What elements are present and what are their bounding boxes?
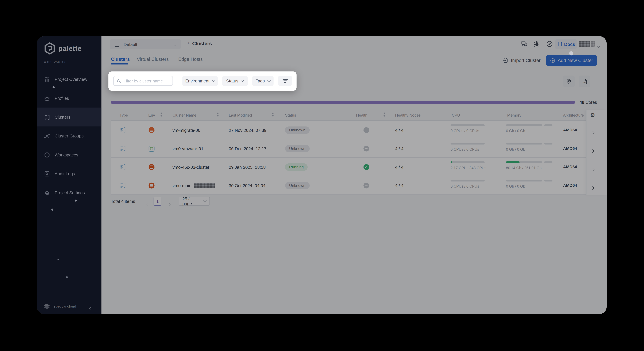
pagination-next-button[interactable]: [168, 200, 170, 207]
import-cluster-button[interactable]: Import Cluster: [503, 55, 540, 66]
project-icon: [114, 41, 120, 47]
add-new-cluster-button[interactable]: Add New Cluster: [546, 55, 597, 66]
bug-report-icon[interactable]: [534, 40, 540, 47]
row-expand-chevron-icon[interactable]: [592, 128, 594, 136]
sidebar-item-workspaces[interactable]: Workspaces: [37, 145, 102, 164]
palette-logo: palette: [44, 42, 82, 54]
memory-meter: 80.14 Gb / 251.91 Gb: [506, 161, 553, 170]
architecture: AMD64: [563, 158, 577, 176]
architecture: AMD64: [563, 176, 577, 195]
cpu-meter: 0 CPUs / 0 CPUs: [450, 124, 485, 133]
project-selector[interactable]: Default: [110, 39, 181, 49]
col-status: Status: [285, 113, 296, 117]
chevron-down-icon: [173, 40, 176, 48]
page-size-select[interactable]: 25 / page: [178, 197, 210, 206]
tour-beacon-dot: [58, 259, 59, 260]
user-menu-chevron-icon[interactable]: [597, 42, 600, 50]
cluster-name[interactable]: vm-migrate-06: [172, 121, 200, 139]
app-window: palette 4.6.0-250108 Project Overview Pr…: [37, 36, 606, 314]
user-avatar[interactable]: [579, 41, 590, 47]
cores-unit: Cores: [586, 100, 597, 105]
workspaces-icon: [44, 152, 50, 158]
environment-filter-dropdown[interactable]: Environment: [182, 76, 218, 86]
status-filter-dropdown[interactable]: Status: [222, 76, 248, 86]
sidebar-item-clusters[interactable]: Clusters: [37, 107, 102, 126]
memory-meter: 0 Gb / 0 Gb: [506, 124, 553, 133]
cluster-search[interactable]: [113, 76, 173, 86]
vm-type-icon: [120, 121, 126, 139]
sidebar-item-label: Project Overview: [54, 77, 87, 82]
memory-meter: 0 Gb / 0 Gb: [506, 180, 553, 188]
chevron-down-icon: [241, 79, 244, 82]
user-avatar-badge: [591, 41, 595, 47]
search-input[interactable]: [124, 79, 169, 83]
status-badge: Running: [285, 158, 308, 176]
last-modified: 06 Dec 2024, 12:17: [229, 139, 266, 158]
pagination-page-1[interactable]: 1: [154, 197, 162, 206]
vm-type-icon: [120, 139, 126, 158]
sort-last-modified[interactable]: [272, 113, 274, 117]
tab-clusters[interactable]: Clusters: [111, 57, 130, 61]
export-csv-button[interactable]: csv: [579, 75, 590, 87]
import-icon: [503, 57, 508, 63]
tour-beacon-dot: [51, 209, 54, 211]
location-pin-icon: [566, 78, 572, 84]
sort-cluster-name[interactable]: [216, 113, 219, 117]
health-ok-icon: [364, 158, 369, 176]
table-row[interactable]: vmo-45c-03-cluster 09 Jan 2025, 18:18 Ru…: [111, 158, 606, 176]
chevron-down-icon: [212, 79, 215, 82]
sidebar-item-label: Profiles: [54, 96, 69, 100]
tags-filter-label: Tags: [256, 78, 265, 83]
docs-button[interactable]: Docs: [555, 39, 577, 49]
more-filters-button[interactable]: [278, 76, 292, 86]
sidebar-item-project-settings[interactable]: Project Settings: [37, 183, 102, 202]
cluster-name[interactable]: vmo-main-: [172, 176, 215, 195]
chart-icon: [44, 76, 50, 82]
svg-text:csv: csv: [583, 81, 586, 83]
tab-virtual-clusters[interactable]: Virtual Clusters: [137, 57, 169, 61]
cluster-name[interactable]: vm0-vmware-01: [172, 139, 204, 158]
tags-filter-dropdown[interactable]: Tags: [252, 76, 274, 86]
sort-env[interactable]: [160, 113, 163, 117]
tour-beacon-dot: [66, 276, 68, 278]
feedback-chat-icon[interactable]: [521, 41, 528, 47]
col-cluster-name: Cluster Name: [172, 113, 196, 117]
table-sticky-column: ⚙: [586, 110, 606, 195]
sidebar-item-project-overview[interactable]: Project Overview: [37, 70, 102, 89]
redacted-text: [194, 183, 215, 188]
cpu-meter: 2.17 CPUs / 48 CPUs: [450, 161, 485, 170]
table-row[interactable]: vm0-vmware-01 06 Dec 2024, 12:17 Unknown…: [111, 139, 606, 158]
col-cpu: CPU: [452, 113, 460, 117]
sort-health[interactable]: [383, 113, 386, 117]
cores-value: 48: [580, 100, 584, 105]
tour-beacon-dot: [75, 199, 77, 202]
col-last-modified: Last Modified: [229, 113, 252, 117]
column-settings-gear-icon[interactable]: ⚙: [590, 112, 595, 118]
col-type: Type: [120, 113, 128, 117]
pagination-prev-button[interactable]: [146, 200, 149, 207]
compass-icon[interactable]: [546, 41, 553, 47]
sidebar-item-profiles[interactable]: Profiles: [37, 89, 102, 107]
breadcrumb-separator: /: [188, 41, 189, 46]
row-expand-chevron-icon[interactable]: [592, 165, 594, 172]
row-expand-chevron-icon[interactable]: [592, 146, 594, 154]
tab-edge-hosts[interactable]: Edge Hosts: [178, 57, 203, 61]
row-expand-chevron-icon[interactable]: [592, 184, 594, 191]
sidebar-divider: [37, 299, 102, 299]
sidebar-collapse-button[interactable]: [90, 304, 92, 312]
sidebar-item-cluster-groups[interactable]: Cluster Groups: [37, 126, 102, 145]
sidebar-item-audit-logs[interactable]: Audit Logs: [37, 164, 102, 183]
table-row[interactable]: vm-migrate-06 27 Nov 2024, 07:39 Unknown…: [111, 121, 606, 139]
healthy-nodes: 4 / 4: [395, 121, 404, 139]
cluster-name[interactable]: vmo-45c-03-cluster: [172, 158, 210, 176]
table-row[interactable]: vmo-main- 30 Oct 2024, 04:04 Unknown 4 /…: [111, 176, 606, 195]
map-view-button[interactable]: [563, 75, 575, 87]
cores-usage-label: 48 Cores: [580, 100, 597, 105]
screenshot-stage: palette 4.6.0-250108 Project Overview Pr…: [0, 0, 644, 351]
cluster-list-icon: [44, 114, 50, 120]
col-healthy-nodes: Healthy Nodes: [395, 113, 421, 117]
audit-log-icon: [44, 171, 50, 177]
status-badge: Unknown: [285, 121, 310, 139]
env-openstack-icon: [148, 176, 155, 195]
sidebar-item-label: Project Settings: [54, 190, 85, 195]
